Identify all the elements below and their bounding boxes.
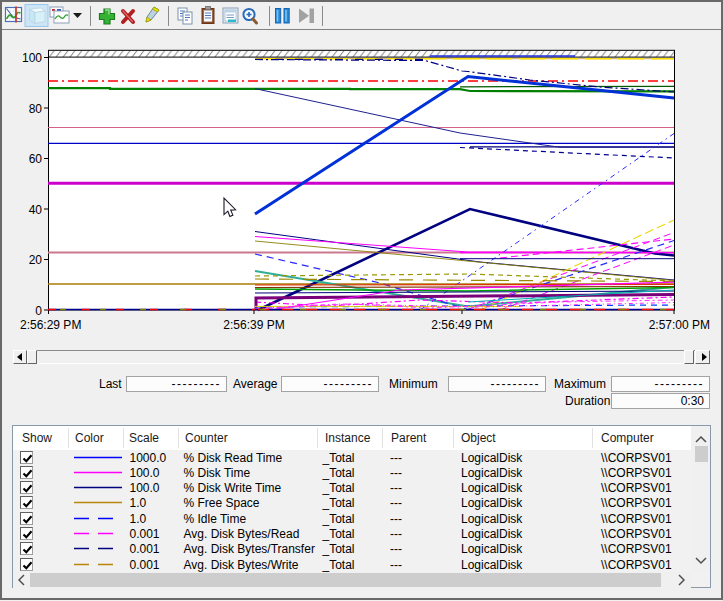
svg-text:20: 20	[29, 253, 43, 267]
svg-text:2:57:00 PM: 2:57:00 PM	[649, 318, 710, 332]
svg-text:60: 60	[29, 152, 43, 166]
svg-text:2:56:39 PM: 2:56:39 PM	[223, 318, 284, 332]
svg-text:2:56:49 PM: 2:56:49 PM	[431, 318, 492, 332]
svg-text:100: 100	[22, 51, 42, 65]
svg-text:0: 0	[35, 304, 42, 318]
svg-text:2:56:29 PM: 2:56:29 PM	[20, 318, 81, 332]
svg-text:80: 80	[29, 102, 43, 116]
svg-text:40: 40	[29, 203, 43, 217]
